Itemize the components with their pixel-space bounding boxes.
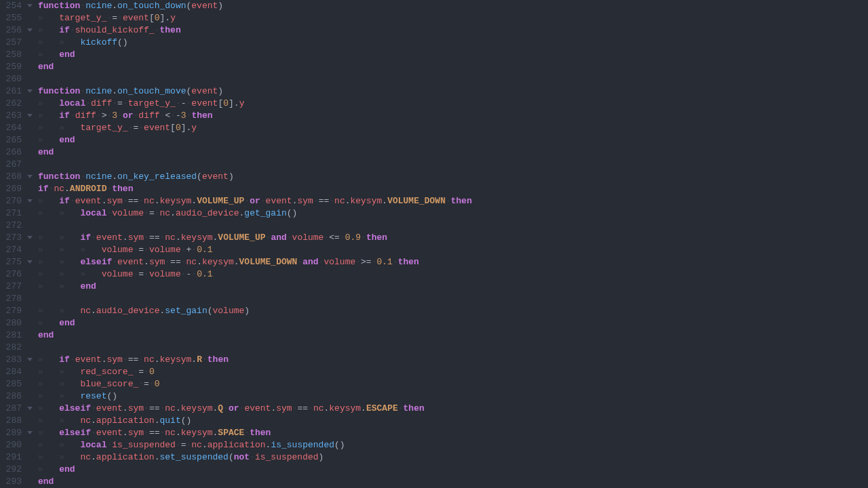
- code-line[interactable]: if·nc.ANDROID·then: [38, 183, 868, 195]
- code-line[interactable]: [38, 342, 868, 354]
- line-number[interactable]: 266: [0, 146, 35, 159]
- line-number[interactable]: 287: [0, 403, 35, 415]
- line-number[interactable]: 259: [0, 61, 35, 73]
- code-line[interactable]: » if·event.sym·==·nc.keysym.VOLUME_UP·or…: [38, 195, 868, 207]
- code-line[interactable]: » end: [38, 464, 868, 476]
- code-line[interactable]: » if·event.sym·==·nc.keysym.R·then: [38, 354, 868, 366]
- line-number[interactable]: 265: [0, 134, 35, 146]
- code-line[interactable]: » local·diff·=·target_y_·-·event[0].y: [38, 98, 868, 110]
- code-line[interactable]: [38, 293, 868, 305]
- line-number[interactable]: 288: [0, 415, 35, 427]
- line-number[interactable]: 260: [0, 73, 35, 85]
- code-line[interactable]: » end: [38, 317, 868, 329]
- line-number[interactable]: 261: [0, 85, 35, 98]
- code-line[interactable]: » if·should_kickoff_·then: [38, 24, 868, 37]
- line-number[interactable]: 285: [0, 378, 35, 390]
- line-number[interactable]: 267: [0, 159, 35, 171]
- line-number[interactable]: 291: [0, 451, 35, 464]
- code-line[interactable]: end: [38, 329, 868, 342]
- line-number[interactable]: 276: [0, 268, 35, 281]
- code-line[interactable]: » elseif·event.sym·==·nc.keysym.SPACE·th…: [38, 427, 868, 439]
- code-line[interactable]: end: [38, 146, 868, 159]
- code-line[interactable]: » » » volume·=·volume·-·0.1: [38, 268, 868, 281]
- code-line[interactable]: [38, 73, 868, 85]
- code-line[interactable]: » target_y_·=·event[0].y: [38, 12, 868, 24]
- code-line[interactable]: [38, 159, 868, 171]
- line-number[interactable]: 293: [0, 476, 35, 488]
- line-number-gutter[interactable]: 2542552562572582592602612622632642652662…: [0, 0, 35, 488]
- code-line[interactable]: » » kickoff(): [38, 37, 868, 49]
- line-number[interactable]: 258: [0, 49, 35, 61]
- code-line[interactable]: » » nc.application.set_suspended(not·is_…: [38, 451, 868, 464]
- code-line[interactable]: » if·diff·>·3·or·diff·<·-3·then: [38, 110, 868, 122]
- line-number[interactable]: 272: [0, 220, 35, 232]
- line-number[interactable]: 292: [0, 464, 35, 476]
- line-number[interactable]: 289: [0, 427, 35, 439]
- code-line[interactable]: function·ncine.on_touch_move(event): [38, 85, 868, 98]
- line-number[interactable]: 268: [0, 171, 35, 183]
- line-number[interactable]: 257: [0, 37, 35, 49]
- line-number[interactable]: 275: [0, 256, 35, 268]
- line-number[interactable]: 274: [0, 244, 35, 256]
- code-line[interactable]: » » elseif·event.sym·==·nc.keysym.VOLUME…: [38, 256, 868, 268]
- line-number[interactable]: 269: [0, 183, 35, 195]
- code-line[interactable]: » » blue_score_·=·0: [38, 378, 868, 390]
- line-number[interactable]: 255: [0, 12, 35, 24]
- line-number[interactable]: 273: [0, 232, 35, 244]
- code-line[interactable]: » » nc.application.quit(): [38, 415, 868, 427]
- line-number[interactable]: 263: [0, 110, 35, 122]
- line-number[interactable]: 256: [0, 24, 35, 37]
- line-number[interactable]: 262: [0, 98, 35, 110]
- code-line[interactable]: » » local·volume·=·nc.audio_device.get_g…: [38, 207, 868, 220]
- code-line[interactable]: » end: [38, 49, 868, 61]
- code-line[interactable]: function·ncine.on_key_released(event): [38, 171, 868, 183]
- line-number[interactable]: 278: [0, 293, 35, 305]
- code-line[interactable]: end: [38, 476, 868, 488]
- line-number[interactable]: 283: [0, 354, 35, 366]
- code-line[interactable]: » » reset(): [38, 390, 868, 403]
- code-line[interactable]: » » local·is_suspended·=·nc.application.…: [38, 439, 868, 451]
- code-content[interactable]: function·ncine.on_touch_down(event)» tar…: [35, 0, 868, 488]
- line-number[interactable]: 254: [0, 0, 35, 12]
- line-number[interactable]: 284: [0, 366, 35, 378]
- code-line[interactable]: » elseif·event.sym·==·nc.keysym.Q·or·eve…: [38, 403, 868, 415]
- code-line[interactable]: » » end: [38, 281, 868, 293]
- line-number[interactable]: 290: [0, 439, 35, 451]
- code-editor[interactable]: 2542552562572582592602612622632642652662…: [0, 0, 868, 488]
- code-line[interactable]: » » red_score_·=·0: [38, 366, 868, 378]
- line-number[interactable]: 270: [0, 195, 35, 207]
- code-line[interactable]: » end: [38, 134, 868, 146]
- line-number[interactable]: 282: [0, 342, 35, 354]
- code-line[interactable]: » » » volume·=·volume·+·0.1: [38, 244, 868, 256]
- line-number[interactable]: 280: [0, 317, 35, 329]
- line-number[interactable]: 277: [0, 281, 35, 293]
- code-line[interactable]: » » target_y_·=·event[0].y: [38, 122, 868, 134]
- line-number[interactable]: 264: [0, 122, 35, 134]
- line-number[interactable]: 279: [0, 305, 35, 317]
- code-line[interactable]: function·ncine.on_touch_down(event): [38, 0, 868, 12]
- line-number[interactable]: 271: [0, 207, 35, 220]
- code-line[interactable]: » » nc.audio_device.set_gain(volume): [38, 305, 868, 317]
- line-number[interactable]: 286: [0, 390, 35, 403]
- code-line[interactable]: [38, 220, 868, 232]
- code-line[interactable]: end: [38, 61, 868, 73]
- code-line[interactable]: » » if·event.sym·==·nc.keysym.VOLUME_UP·…: [38, 232, 868, 244]
- line-number[interactable]: 281: [0, 329, 35, 342]
